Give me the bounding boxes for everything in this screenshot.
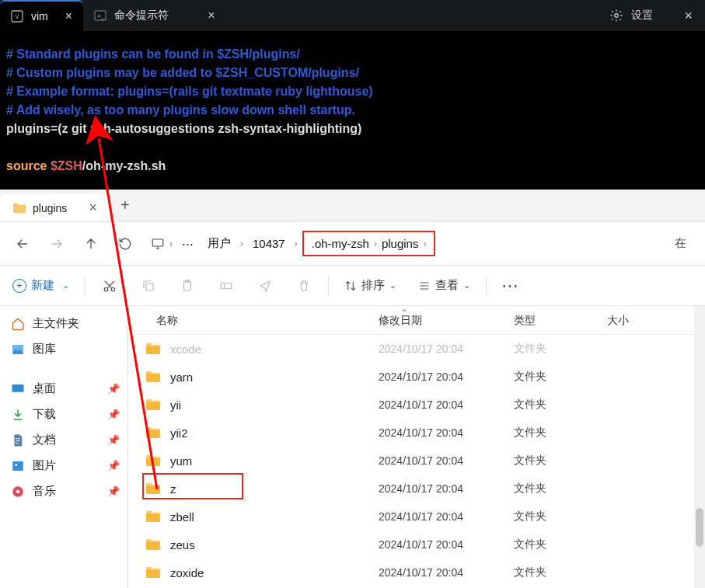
- refresh-button[interactable]: [110, 229, 140, 259]
- code-var: $ZSH: [51, 159, 82, 172]
- svg-point-18: [16, 489, 20, 493]
- explorer-nav: › ⋯ 用户 › 10437 › .oh-my-zsh › plugins › …: [0, 222, 705, 266]
- table-row[interactable]: xcode2024/10/17 20:04文件夹: [128, 335, 705, 363]
- col-size[interactable]: 大小: [607, 314, 705, 328]
- sidebar-pictures[interactable]: 图片 📌: [0, 453, 127, 478]
- terminal-tab-vim[interactable]: v vim ×: [0, 0, 83, 31]
- table-row[interactable]: zeus2024/10/17 20:04文件夹: [128, 531, 705, 558]
- svg-rect-13: [12, 384, 24, 392]
- breadcrumb-id[interactable]: 10437: [248, 234, 290, 253]
- gear-icon[interactable]: [609, 9, 623, 23]
- file-date: 2024/10/17 20:04: [379, 454, 514, 467]
- rename-button[interactable]: [210, 271, 243, 301]
- view-label: 查看: [435, 278, 459, 293]
- terminal-tab-cmd[interactable]: >_ 命令提示符 ×: [83, 0, 225, 31]
- scrollbar-thumb[interactable]: [696, 508, 703, 547]
- breadcrumb: › ⋯ 用户 › 10437 › .oh-my-zsh › plugins ›: [151, 231, 435, 256]
- pin-icon[interactable]: 📌: [107, 460, 120, 471]
- terminal-body[interactable]: # Standard plugins can be found in $ZSH/…: [0, 31, 705, 190]
- sidebar-music[interactable]: 音乐 📌: [0, 478, 127, 504]
- explorer-tab-bar: plugins × +: [0, 190, 705, 222]
- explorer-tab[interactable]: plugins ×: [0, 194, 110, 221]
- breadcrumb-highlight: .oh-my-zsh › plugins ›: [302, 231, 436, 256]
- file-name: yum: [170, 454, 192, 468]
- sidebar: 主文件夹 图库 桌面 📌 下载 📌 文档 📌 图片 📌 音: [0, 306, 128, 588]
- cut-button[interactable]: [93, 271, 126, 301]
- image-icon: [11, 343, 25, 357]
- more-button[interactable]: ⋯: [494, 271, 527, 301]
- sidebar-desktop[interactable]: 桌面 📌: [0, 376, 127, 402]
- up-button[interactable]: [76, 229, 106, 259]
- sort-button[interactable]: 排序 ⌄: [337, 273, 404, 297]
- file-date: 2024/10/17 20:04: [379, 343, 514, 355]
- pin-icon[interactable]: 📌: [107, 409, 120, 420]
- explorer-tab-label: plugins: [33, 202, 67, 214]
- scrollbar[interactable]: [694, 306, 705, 588]
- view-button[interactable]: 查看 ⌄: [410, 273, 478, 297]
- file-date: 2024/10/17 20:04: [379, 510, 514, 523]
- table-row[interactable]: z2024/10/17 20:04文件夹: [128, 475, 705, 503]
- breadcrumb-plugins[interactable]: plugins: [382, 237, 419, 250]
- svg-point-6: [104, 287, 108, 291]
- table-row[interactable]: yarn2024/10/17 20:04文件夹: [128, 363, 705, 391]
- close-icon[interactable]: ×: [684, 8, 693, 24]
- pin-icon[interactable]: 📌: [107, 383, 120, 395]
- svg-point-16: [15, 464, 17, 466]
- sidebar-label: 桌面: [33, 381, 56, 396]
- paste-button[interactable]: [171, 271, 204, 301]
- folder-icon: [145, 371, 161, 383]
- col-type[interactable]: 类型: [514, 314, 607, 328]
- file-name: yarn: [170, 371, 193, 384]
- download-icon: [11, 408, 25, 422]
- new-tab-button[interactable]: +: [110, 190, 141, 221]
- table-row[interactable]: yii22024/10/17 20:04文件夹: [128, 419, 705, 447]
- back-button[interactable]: [8, 229, 37, 259]
- breadcrumb-ellipsis[interactable]: ⋯: [177, 234, 198, 254]
- folder-icon: [145, 510, 161, 523]
- code-line: # Custom plugins may be added to $ZSH_CU…: [6, 66, 359, 79]
- table-row[interactable]: zoxide2024/10/17 20:04文件夹: [128, 558, 705, 586]
- close-icon[interactable]: ×: [89, 200, 97, 216]
- sidebar-gallery[interactable]: 图库: [0, 336, 127, 362]
- table-row[interactable]: zbell2024/10/17 20:04文件夹: [128, 503, 705, 531]
- sidebar-label: 文档: [33, 433, 56, 447]
- pin-icon[interactable]: 📌: [107, 434, 120, 446]
- file-date: 2024/10/17 20:04: [379, 566, 514, 579]
- file-type: 文件夹: [514, 426, 607, 440]
- desktop-icon: [11, 382, 25, 396]
- sidebar-downloads[interactable]: 下载 📌: [0, 402, 127, 427]
- table-row[interactable]: yii2024/10/17 20:04文件夹: [128, 391, 705, 419]
- col-name[interactable]: 名称: [156, 314, 379, 328]
- col-date[interactable]: 修改日期: [379, 314, 514, 328]
- settings-label[interactable]: 设置: [631, 9, 653, 23]
- code-line: # Standard plugins can be found in $ZSH/…: [6, 47, 300, 61]
- monitor-icon[interactable]: [151, 237, 165, 251]
- sidebar-home[interactable]: 主文件夹: [0, 311, 127, 336]
- svg-rect-8: [146, 284, 153, 291]
- pin-icon[interactable]: 📌: [107, 485, 120, 497]
- folder-icon: [145, 538, 161, 551]
- pictures-icon: [11, 459, 25, 473]
- breadcrumb-user[interactable]: 用户: [203, 233, 236, 254]
- forward-button[interactable]: [42, 229, 72, 259]
- breadcrumb-ohmyzsh[interactable]: .oh-my-zsh: [312, 237, 369, 250]
- file-type: 文件夹: [514, 565, 607, 579]
- cmd-icon: >_: [94, 9, 106, 22]
- chevron-right-icon[interactable]: ›: [169, 238, 173, 249]
- music-icon: [11, 485, 25, 499]
- explorer-toolbar: + 新建 ⌄ 排序 ⌄ 查看 ⌄ ⋯: [0, 266, 705, 306]
- share-button[interactable]: [249, 271, 281, 301]
- code-line: plugins=(z git zsh-autosuggestions zsh-s…: [6, 122, 361, 135]
- chevron-down-icon: ⌄: [62, 280, 69, 291]
- code-keyword: source: [6, 159, 51, 172]
- new-button[interactable]: + 新建 ⌄: [5, 273, 77, 297]
- close-icon[interactable]: ×: [65, 9, 72, 23]
- sort-label: 排序: [361, 278, 385, 293]
- sidebar-documents[interactable]: 文档 📌: [0, 427, 127, 453]
- file-type: 文件夹: [514, 370, 607, 384]
- table-row[interactable]: yum2024/10/17 20:04文件夹: [128, 447, 705, 475]
- search-field[interactable]: 在: [664, 236, 697, 251]
- delete-button[interactable]: [288, 271, 320, 301]
- close-icon[interactable]: ×: [208, 9, 215, 23]
- copy-button[interactable]: [132, 271, 165, 301]
